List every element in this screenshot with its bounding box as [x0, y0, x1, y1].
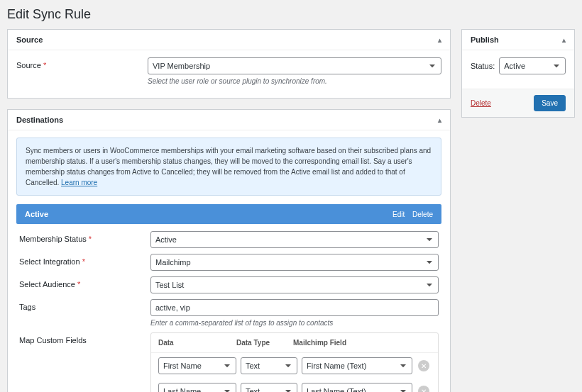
- map-row: First Name Text First Name (Text) ✕: [151, 353, 438, 379]
- destination-active-title: Active: [25, 210, 48, 218]
- map-type-select[interactable]: Text: [241, 383, 297, 392]
- collapse-icon[interactable]: ▴: [562, 36, 566, 44]
- destination-active-header: Active Edit Delete: [16, 204, 441, 224]
- map-row: Last Name Text Last Name (Text) ✕: [151, 379, 438, 392]
- remove-row-icon[interactable]: ✕: [418, 386, 429, 392]
- audience-select[interactable]: Test List: [150, 276, 439, 293]
- audience-label: Select Audience: [19, 280, 75, 289]
- membership-status-label: Membership Status: [19, 235, 87, 243]
- tags-hint: Enter a comma-separated list of tags to …: [150, 319, 439, 327]
- status-label: Status:: [471, 62, 495, 70]
- delete-link[interactable]: Delete: [471, 99, 491, 107]
- page-title: Edit Sync Rule: [7, 7, 575, 22]
- required-indicator: *: [43, 61, 46, 69]
- map-data-select[interactable]: First Name: [158, 357, 236, 374]
- status-select[interactable]: Active: [499, 57, 566, 74]
- source-panel-title: Source: [16, 35, 43, 44]
- map-data-select[interactable]: Last Name: [158, 383, 236, 392]
- destinations-panel-title: Destinations: [16, 116, 63, 124]
- source-panel: Source ▴ Source * VIP Membership Select …: [7, 29, 451, 99]
- integration-select[interactable]: Mailchimp: [150, 254, 439, 271]
- map-header-field: Mailchimp Field: [293, 339, 417, 347]
- remove-row-icon[interactable]: ✕: [418, 360, 429, 371]
- integration-label: Select Integration: [19, 257, 80, 266]
- membership-status-select[interactable]: Active: [150, 231, 439, 248]
- source-hint: Select the user role or source plugin to…: [148, 77, 441, 85]
- collapse-icon[interactable]: ▴: [438, 36, 441, 44]
- map-field-select[interactable]: Last Name (Text): [302, 383, 412, 392]
- collapse-icon[interactable]: ▴: [438, 116, 441, 124]
- source-select[interactable]: VIP Membership: [148, 57, 441, 74]
- map-header-type: Data Type: [236, 339, 293, 347]
- source-label: Source: [16, 61, 41, 69]
- info-box: Sync members or users in WooCommerce mem…: [16, 138, 441, 196]
- save-button[interactable]: Save: [534, 95, 566, 111]
- tags-input[interactable]: [150, 299, 439, 316]
- map-field-select[interactable]: First Name (Text): [302, 357, 412, 374]
- map-fields-label: Map Custom Fields: [19, 336, 87, 345]
- destination-edit-link[interactable]: Edit: [392, 211, 405, 218]
- destination-delete-link[interactable]: Delete: [412, 211, 433, 218]
- learn-more-link[interactable]: Learn more: [61, 179, 97, 186]
- publish-panel: Publish ▴ Status: Active Delete Save: [461, 29, 575, 118]
- map-fields-table: Data Data Type Mailchimp Field First Nam…: [150, 332, 439, 392]
- map-type-select[interactable]: Text: [241, 357, 297, 374]
- publish-panel-title: Publish: [471, 35, 499, 44]
- tags-label: Tags: [19, 303, 35, 311]
- map-header-data: Data: [158, 339, 236, 347]
- destinations-panel: Destinations ▴ Sync members or users in …: [7, 109, 451, 392]
